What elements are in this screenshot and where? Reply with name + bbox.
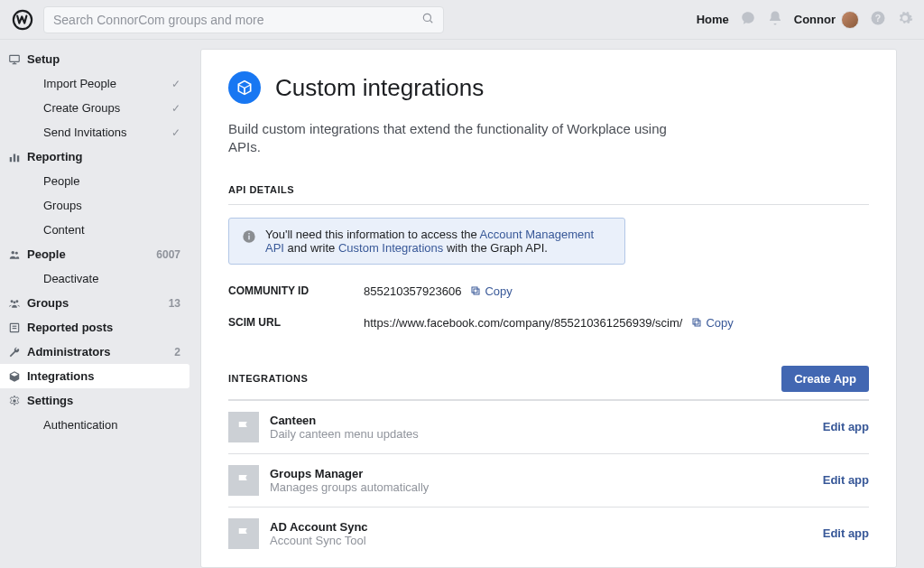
sidebar-count: 13	[169, 297, 180, 310]
sidebar-label: Groups	[27, 296, 69, 310]
search-box[interactable]	[43, 6, 444, 33]
sidebar-label: People	[27, 247, 66, 261]
sidebar-reporting-groups[interactable]: Groups	[0, 193, 189, 218]
integrations-list: CanteenDaily canteen menu updatesEdit ap…	[228, 400, 869, 560]
flag-icon	[228, 412, 259, 442]
sidebar-label: Reported posts	[27, 321, 113, 334]
search-input[interactable]	[53, 13, 421, 27]
help-icon[interactable]: ?	[870, 10, 886, 29]
sidebar-create-groups[interactable]: Create Groups✓	[0, 96, 189, 120]
sidebar-integrations[interactable]: Integrations	[0, 364, 189, 388]
page-header: Custom integrations	[228, 71, 869, 104]
user-menu[interactable]: Connor	[794, 11, 859, 29]
integration-row: Groups ManagerManages groups automatical…	[228, 453, 869, 507]
svg-rect-22	[248, 233, 249, 234]
messages-icon[interactable]	[740, 10, 756, 29]
svg-rect-26	[693, 319, 698, 324]
sidebar-setup[interactable]: Setup	[0, 47, 189, 71]
sidebar-import-people[interactable]: Import People✓	[0, 71, 189, 96]
sidebar-reporting-people[interactable]: People	[0, 169, 189, 193]
topbar: Home Connor ?	[0, 0, 924, 40]
flag-icon	[228, 518, 259, 549]
scim-url-row: SCIM URL https://www.facebook.com/compan…	[228, 316, 869, 330]
svg-point-13	[11, 300, 14, 303]
page-title: Custom integrations	[275, 74, 484, 102]
sidebar-count: 6007	[156, 248, 180, 261]
svg-rect-10	[17, 155, 19, 162]
integration-name: AD Account Sync	[270, 520, 368, 534]
create-app-button[interactable]: Create App	[781, 366, 869, 392]
main-content: Custom integrations Build custom integra…	[200, 49, 897, 568]
integration-row: CanteenDaily canteen menu updatesEdit ap…	[228, 400, 869, 453]
edit-app-link[interactable]: Edit app	[823, 526, 869, 540]
gear-icon	[5, 395, 23, 407]
svg-point-19	[13, 399, 16, 403]
people-icon	[5, 248, 23, 261]
workplace-logo[interactable]	[11, 8, 34, 32]
sidebar-authentication[interactable]: Authentication	[0, 413, 189, 437]
sidebar-label: Reporting	[27, 150, 82, 163]
edit-app-link[interactable]: Edit app	[823, 420, 869, 433]
svg-rect-5	[10, 55, 20, 61]
sidebar: Setup Import People✓ Create Groups✓ Send…	[0, 40, 197, 568]
svg-text:?: ?	[875, 13, 881, 23]
flag-icon	[228, 465, 259, 496]
wrench-icon	[5, 346, 23, 358]
info-text: You'll need this information to access t…	[265, 228, 612, 255]
sidebar-people[interactable]: People 6007	[0, 242, 189, 266]
sidebar-label: Administrators	[27, 345, 110, 358]
svg-point-1	[423, 14, 430, 21]
edit-app-link[interactable]: Edit app	[823, 473, 869, 487]
integration-desc: Daily canteen menu updates	[270, 427, 419, 441]
divider	[228, 204, 869, 205]
sidebar-reported-posts[interactable]: Reported posts	[0, 315, 189, 340]
integration-name: Canteen	[270, 414, 419, 427]
copy-community-id[interactable]: Copy	[470, 284, 512, 298]
sidebar-settings[interactable]: Settings	[0, 388, 189, 413]
svg-rect-8	[10, 157, 12, 162]
svg-line-2	[430, 20, 432, 23]
info-icon	[242, 229, 256, 255]
integration-name: Groups Manager	[270, 467, 429, 480]
svg-rect-21	[248, 235, 249, 239]
gear-icon[interactable]	[897, 10, 913, 29]
integration-row: AD Account SyncAccount Sync ToolEdit app	[228, 507, 869, 560]
integrations-heading: INTEGRATIONS	[228, 373, 308, 384]
scim-url-label: SCIM URL	[228, 316, 364, 329]
community-id-label: COMMUNITY ID	[228, 284, 364, 297]
community-id-value: 855210357923606	[364, 284, 461, 298]
user-name: Connor	[794, 13, 836, 26]
integrations-header: INTEGRATIONS Create App	[228, 366, 869, 392]
bell-icon[interactable]	[767, 10, 783, 29]
chart-icon	[5, 151, 23, 163]
community-id-row: COMMUNITY ID 855210357923606 Copy	[228, 284, 869, 298]
check-icon: ✓	[171, 126, 180, 139]
search-icon	[421, 12, 434, 28]
sidebar-administrators[interactable]: Administrators 2	[0, 340, 189, 364]
scim-url-value: https://www.facebook.com/company/8552103…	[364, 316, 682, 330]
sidebar-label: Integrations	[27, 369, 94, 383]
copy-scim-url[interactable]: Copy	[691, 316, 733, 330]
sidebar-groups[interactable]: Groups 13	[0, 291, 189, 315]
monitor-icon	[5, 53, 23, 66]
avatar	[841, 11, 859, 29]
nav-home[interactable]: Home	[697, 13, 729, 26]
cube-icon	[228, 71, 261, 104]
sidebar-label: Setup	[27, 52, 60, 66]
custom-integrations-link[interactable]: Custom Integrations	[338, 241, 443, 255]
sidebar-reporting[interactable]: Reporting	[0, 144, 189, 169]
svg-point-12	[15, 251, 18, 254]
svg-point-15	[14, 301, 16, 303]
sidebar-reporting-content[interactable]: Content	[0, 218, 189, 242]
integration-desc: Account Sync Tool	[270, 534, 368, 547]
svg-rect-25	[695, 321, 700, 326]
svg-rect-24	[472, 287, 477, 293]
sidebar-send-invitations[interactable]: Send Invitations✓	[0, 120, 189, 144]
sidebar-deactivate[interactable]: Deactivate	[0, 266, 189, 291]
check-icon: ✓	[171, 78, 180, 90]
svg-point-11	[12, 250, 15, 254]
page-description: Build custom integrations that extend th…	[228, 120, 698, 157]
svg-rect-9	[14, 154, 15, 162]
groups-icon	[5, 297, 23, 310]
cube-icon	[5, 370, 23, 383]
